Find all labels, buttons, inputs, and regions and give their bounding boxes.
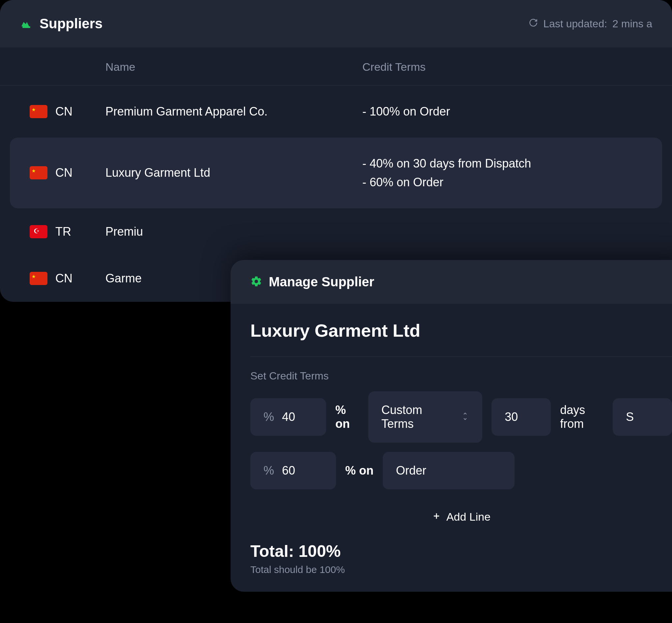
table-row[interactable]: CN Luxury Garment Ltd - 40% on 30 days f… bbox=[10, 138, 662, 208]
flag-icon bbox=[30, 225, 48, 238]
country-code: CN bbox=[55, 105, 73, 118]
chevron-updown-icon bbox=[461, 411, 469, 423]
country-cell: CN bbox=[30, 271, 105, 285]
manage-header: Manage Supplier bbox=[231, 260, 672, 304]
from-value: S bbox=[626, 410, 659, 424]
terms-row: % 60 % on Order bbox=[250, 452, 672, 489]
percent-value: 60 bbox=[282, 464, 323, 478]
percent-input[interactable]: % 60 bbox=[250, 452, 336, 489]
last-updated-prefix: Last updated: bbox=[543, 18, 607, 30]
terms-type-select[interactable]: Custom Terms bbox=[368, 391, 483, 443]
suppliers-card: Suppliers Last updated: 2 mins a Name Cr… bbox=[0, 0, 672, 302]
credit-terms-label: Set Credit Terms bbox=[250, 370, 672, 382]
percent-value: 40 bbox=[282, 410, 313, 424]
country-cell: TR bbox=[30, 225, 105, 239]
country-code: CN bbox=[55, 166, 73, 180]
terms-cell: - 40% on 30 days from Dispatch- 60% on O… bbox=[362, 154, 642, 192]
divider bbox=[250, 356, 672, 357]
suppliers-header: Suppliers Last updated: 2 mins a bbox=[0, 0, 672, 48]
percent-input[interactable]: % 40 bbox=[250, 398, 326, 436]
total-hint: Total should be 100% bbox=[250, 564, 672, 575]
gear-icon bbox=[250, 275, 262, 289]
manage-content: Luxury Garment Ltd Set Credit Terms % 40… bbox=[231, 304, 672, 592]
country-code: CN bbox=[55, 271, 73, 285]
col-country-spacer bbox=[20, 61, 105, 73]
total-row: Total: 100% Total should be 100% bbox=[250, 542, 672, 575]
supplier-name-cell: Premium Garment Apparel Co. bbox=[105, 105, 362, 118]
from-input[interactable]: S bbox=[613, 398, 672, 436]
last-updated-value: 2 mins a bbox=[612, 18, 652, 30]
add-line-label: Add Line bbox=[446, 510, 491, 523]
suppliers-icon bbox=[20, 17, 33, 31]
terms-type-value: Custom Terms bbox=[382, 403, 454, 431]
suppliers-title: Suppliers bbox=[39, 16, 103, 32]
flag-icon bbox=[30, 166, 48, 179]
days-input[interactable]: 30 bbox=[492, 398, 551, 436]
percent-on-label: % on bbox=[345, 464, 373, 478]
country-code: TR bbox=[55, 225, 71, 239]
table-row[interactable]: TR Premiu bbox=[10, 208, 662, 255]
country-cell: CN bbox=[30, 105, 105, 118]
percent-prefix: % bbox=[263, 410, 274, 424]
total-text: Total: 100% bbox=[250, 542, 672, 561]
days-from-label: days from bbox=[560, 403, 604, 431]
terms-row: % 40 % on Custom Terms 30 days from S bbox=[250, 391, 672, 443]
terms-type-value: Order bbox=[396, 464, 501, 478]
terms-type-select[interactable]: Order bbox=[383, 452, 514, 489]
supplier-name-cell: Luxury Garment Ltd bbox=[105, 166, 362, 180]
table-row[interactable]: CN Premium Garment Apparel Co. - 100% on… bbox=[10, 86, 662, 138]
percent-prefix: % bbox=[263, 464, 274, 478]
plus-icon bbox=[432, 510, 441, 523]
refresh-icon bbox=[529, 18, 538, 30]
add-line-button[interactable]: Add Line bbox=[250, 499, 672, 535]
supplier-name-cell: Premiu bbox=[105, 225, 362, 239]
supplier-name: Luxury Garment Ltd bbox=[250, 320, 672, 340]
days-value: 30 bbox=[505, 410, 538, 424]
suppliers-header-left: Suppliers bbox=[20, 16, 103, 32]
percent-on-label: % on bbox=[335, 403, 359, 431]
manage-title: Manage Supplier bbox=[269, 274, 374, 289]
table-header: Name Credit Terms bbox=[0, 48, 672, 86]
svg-rect-0 bbox=[22, 26, 30, 28]
last-updated[interactable]: Last updated: 2 mins a bbox=[529, 18, 652, 30]
col-terms-header: Credit Terms bbox=[362, 61, 652, 73]
col-name-header: Name bbox=[105, 61, 362, 73]
flag-icon bbox=[30, 105, 48, 118]
terms-rows: % 40 % on Custom Terms 30 days from S % … bbox=[250, 391, 672, 489]
manage-supplier-card: Manage Supplier Luxury Garment Ltd Set C… bbox=[231, 260, 672, 592]
country-cell: CN bbox=[30, 166, 105, 180]
flag-icon bbox=[30, 272, 48, 285]
terms-cell: - 100% on Order bbox=[362, 102, 642, 121]
